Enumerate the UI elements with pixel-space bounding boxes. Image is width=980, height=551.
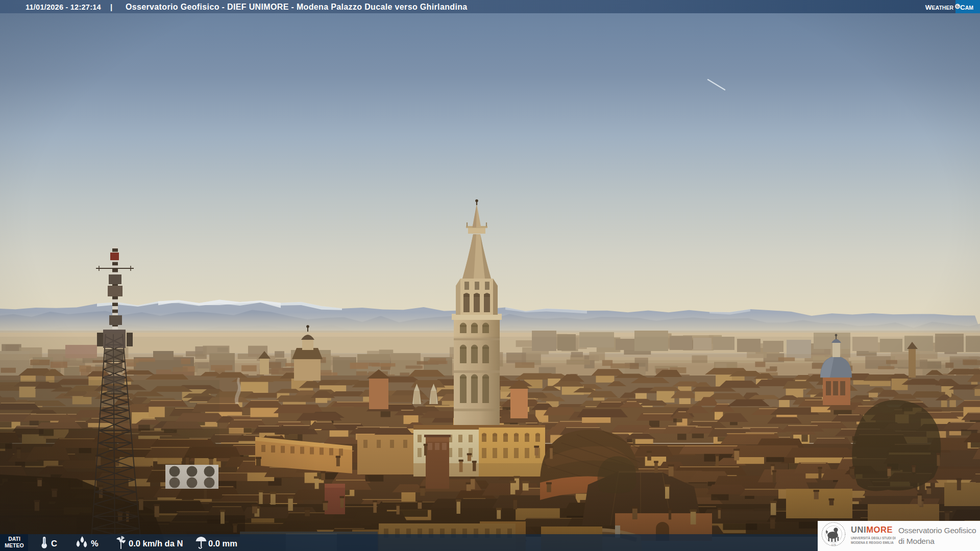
svg-text:Osservatorio Geofisico: Osservatorio Geofisico bbox=[898, 526, 976, 535]
svg-text:1175: 1175 bbox=[831, 544, 836, 546]
svg-text:C: C bbox=[51, 539, 57, 548]
svg-text:%: % bbox=[91, 539, 99, 548]
svg-text:|: | bbox=[110, 3, 112, 11]
svg-text:METEO: METEO bbox=[5, 542, 23, 548]
svg-text:0.0 mm: 0.0 mm bbox=[208, 539, 237, 548]
svg-text:WEATHER: WEATHER bbox=[925, 4, 954, 11]
svg-text:UNIVERSITÀ DEGLI STUDI DI: UNIVERSITÀ DEGLI STUDI DI bbox=[851, 536, 896, 540]
svg-text:Osservatorio Geofisico - DIEF: Osservatorio Geofisico - DIEF UNIMORE - … bbox=[126, 3, 468, 11]
svg-text:di Modena: di Modena bbox=[898, 537, 935, 545]
svg-text:DATI: DATI bbox=[8, 536, 20, 542]
svg-text:0.0 km/h da N: 0.0 km/h da N bbox=[129, 539, 183, 548]
svg-text:CAM: CAM bbox=[960, 4, 973, 11]
svg-text:UNIMORE: UNIMORE bbox=[851, 525, 893, 534]
svg-text:MODENA E REGGIO EMILIA: MODENA E REGGIO EMILIA bbox=[851, 541, 894, 544]
svg-text:11/01/2026 - 12:27:14: 11/01/2026 - 12:27:14 bbox=[26, 3, 102, 11]
